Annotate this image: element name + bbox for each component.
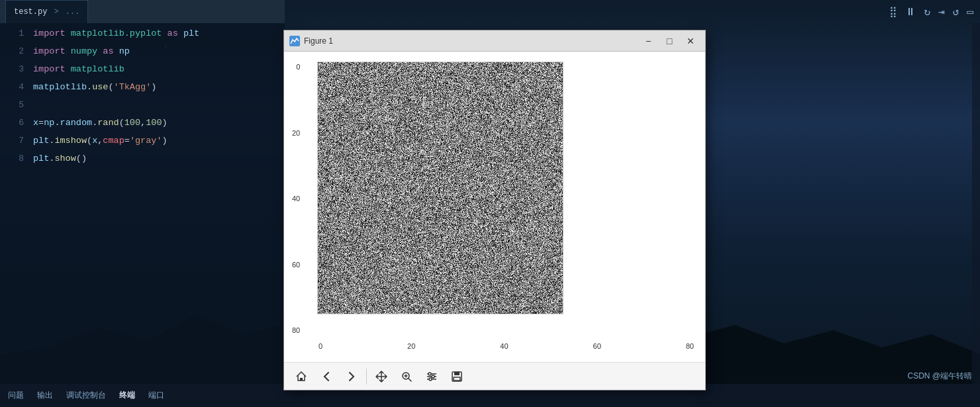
top-toolbar: ⣿ ⏸ ↻ ⇥ ↺ ▭	[889, 5, 973, 19]
back-button[interactable]	[315, 366, 338, 387]
pause-icon[interactable]: ⏸	[905, 6, 916, 19]
tab-more: ...	[66, 7, 80, 17]
plot-area: 0 20 40 60 80 0 20 40 60 80	[284, 52, 705, 362]
grid-icon[interactable]: ⣿	[889, 5, 897, 19]
x-tick-60: 60	[593, 342, 601, 350]
matplotlib-figure-window: Figure 1 − □ ✕ 0 20 40 60 80 0 20 40	[283, 30, 706, 390]
line-number: 6	[5, 118, 24, 128]
editor-tab[interactable]: test.py > ...	[5, 0, 88, 23]
zoom-button[interactable]	[395, 366, 418, 387]
home-button[interactable]	[289, 366, 313, 387]
tab-separator: >	[54, 7, 58, 17]
x-tick-20: 20	[407, 342, 415, 350]
pan-button[interactable]	[369, 366, 393, 387]
y-tick-0: 0	[296, 63, 300, 71]
x-tick-0: 0	[318, 342, 322, 350]
code-editor: test.py > ... 1 import matplotlib.pyplot…	[0, 0, 285, 384]
code-line-6: 6 x=np.random.rand(100,100)	[0, 118, 285, 136]
x-tick-80: 80	[686, 342, 694, 350]
figure-toolbar	[284, 362, 705, 390]
code-text: plt.show()	[33, 154, 87, 163]
code-line-8: 8 plt.show()	[0, 154, 285, 171]
y-tick-60: 60	[292, 261, 300, 269]
minimize-button[interactable]: −	[639, 34, 658, 48]
code-line-4: 4 matplotlib.use('TkAgg')	[0, 82, 285, 100]
status-ports[interactable]: 端口	[148, 390, 164, 401]
line-number: 7	[5, 136, 24, 146]
code-text: import matplotlib	[33, 64, 124, 74]
line-number: 4	[5, 82, 24, 92]
code-line-3: 3 import matplotlib	[0, 64, 285, 82]
save-button[interactable]	[445, 366, 469, 387]
csdn-watermark: CSDN @端午转晴	[907, 371, 972, 382]
refresh-icon[interactable]: ↻	[924, 5, 930, 19]
matplotlib-icon	[289, 36, 300, 46]
code-area: 1 import matplotlib.pyplot as plt 2 impo…	[0, 23, 285, 384]
y-tick-80: 80	[292, 326, 300, 334]
line-number: 5	[5, 100, 24, 110]
code-line-5: 5	[0, 100, 285, 118]
skip-forward-icon[interactable]: ⇥	[938, 5, 945, 19]
status-problems[interactable]: 问题	[8, 390, 24, 401]
status-output[interactable]: 输出	[37, 390, 53, 401]
status-terminal[interactable]: 终端	[119, 390, 135, 401]
status-debug-console[interactable]: 调试控制台	[66, 390, 106, 401]
maximize-icon[interactable]: ▭	[967, 5, 973, 19]
line-number: 8	[5, 154, 24, 163]
svg-point-20	[432, 375, 434, 378]
replay-icon[interactable]: ↺	[953, 5, 959, 19]
code-text: matplotlib.use('TkAgg')	[33, 82, 156, 92]
close-button[interactable]: ✕	[681, 34, 700, 48]
svg-point-19	[428, 373, 431, 375]
tab-filename: test.py	[14, 7, 47, 17]
y-tick-20: 20	[292, 129, 300, 137]
window-titlebar: Figure 1 − □ ✕	[284, 30, 705, 52]
y-tick-40: 40	[292, 195, 300, 203]
tab-bar: test.py > ...	[0, 0, 285, 23]
right-scrollbar[interactable]	[972, 23, 980, 384]
code-text: import matplotlib.pyplot as plt	[33, 28, 199, 38]
x-tick-40: 40	[500, 342, 508, 350]
code-text: import numpy as np	[33, 46, 130, 56]
code-line-7: 7 plt.imshow(x,cmap='gray')	[0, 136, 285, 154]
line-number: 3	[5, 64, 24, 74]
code-line-2: 2 import numpy as np	[0, 46, 285, 64]
code-text: plt.imshow(x,cmap='gray')	[33, 136, 168, 146]
svg-rect-14	[300, 378, 303, 381]
noise-plot	[317, 62, 564, 314]
svg-rect-23	[454, 372, 460, 375]
line-number: 2	[5, 46, 24, 56]
code-text: x=np.random.rand(100,100)	[33, 118, 168, 128]
window-title: Figure 1	[304, 36, 639, 46]
forward-button[interactable]	[340, 366, 364, 387]
restore-button[interactable]: □	[660, 34, 679, 48]
toolbar-separator-1	[366, 369, 367, 384]
window-controls: − □ ✕	[639, 34, 700, 48]
svg-point-21	[429, 378, 432, 381]
configure-button[interactable]	[420, 366, 444, 387]
code-line-1: 1 import matplotlib.pyplot as plt	[0, 28, 285, 46]
svg-rect-24	[454, 377, 460, 381]
line-number: 1	[5, 28, 24, 38]
